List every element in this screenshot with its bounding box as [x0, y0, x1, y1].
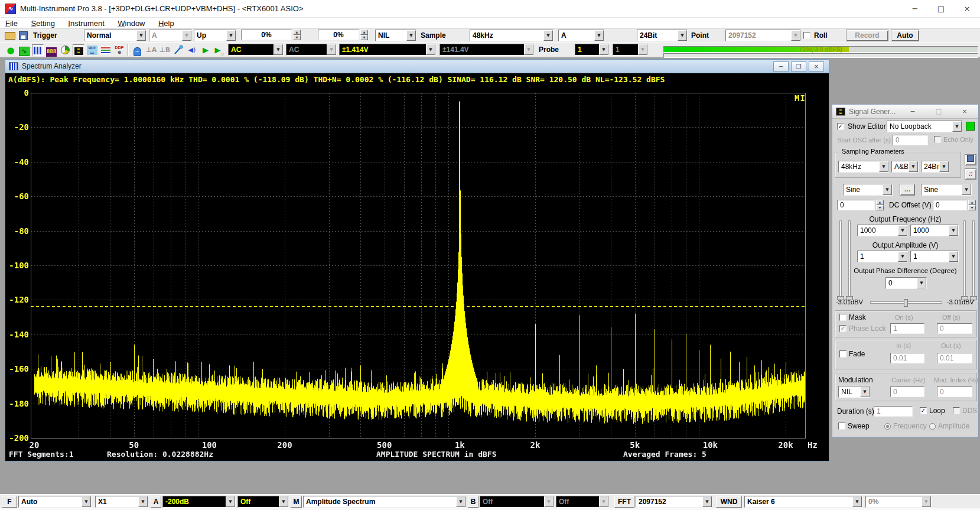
siggen-close-button[interactable]: ×	[959, 107, 971, 116]
sweep-frequency-label: Frequency	[893, 422, 927, 430]
trigger-edge-select[interactable]: Up▼	[194, 30, 236, 41]
spin-up-icon[interactable]: ▲	[876, 200, 884, 205]
range-a-select[interactable]: ±1.414V▼	[339, 44, 436, 56]
spin-down-icon[interactable]: ▼	[360, 35, 368, 40]
mode-select[interactable]: Amplitude Spectrum▼	[303, 496, 466, 508]
auto-button[interactable]: Auto	[891, 30, 919, 41]
generator-run-button[interactable]	[966, 122, 975, 131]
device-test-plan-icon[interactable]	[59, 44, 71, 56]
probe-a-select[interactable]: 1▼	[575, 44, 609, 56]
waveform-a-select[interactable]: Sine▼	[843, 184, 893, 196]
amplitude-a-select[interactable]: 1▼	[857, 251, 908, 262]
signal-generator-titlebar[interactable]: ≈≈ Signal Gener... − □ ×	[832, 105, 978, 119]
menu-help[interactable]: Help	[153, 18, 180, 28]
spectrum-analyzer-icon[interactable]	[32, 44, 44, 56]
hpf-select[interactable]: NIL▼	[375, 30, 416, 41]
menu-instrument[interactable]: Instrument	[63, 18, 109, 28]
dc-offset-a-input[interactable]: 0	[837, 200, 875, 210]
dc-offset-b-spinner[interactable]: ▲▼	[968, 200, 976, 210]
sampling-rate-select[interactable]: 48kHz▼	[470, 30, 554, 41]
multimeter-icon[interactable]: 888	[45, 44, 57, 56]
ddp-viewer-icon[interactable]: DDP⊕	[113, 44, 125, 56]
spectrum-restore-button[interactable]: ❐	[791, 61, 806, 72]
siggen-minimize-button[interactable]: −	[907, 107, 919, 116]
roll-checkbox[interactable]	[803, 32, 810, 39]
sampling-channel-select[interactable]: A▼	[558, 30, 604, 41]
level-slider-b1[interactable]	[963, 220, 966, 301]
trigger-delay-spinner[interactable]: ▲▼	[360, 30, 368, 40]
open-file-icon[interactable]	[5, 32, 15, 40]
sg-save-icon[interactable]	[965, 154, 976, 165]
close-button[interactable]: ×	[954, 0, 980, 18]
trigger-mode-select[interactable]: Normal▼	[84, 30, 146, 41]
save-file-icon[interactable]	[19, 31, 28, 40]
spin-down-icon[interactable]: ▼	[876, 205, 884, 210]
slider-thumb[interactable]	[904, 299, 908, 307]
amplitude-b-select[interactable]: 1▼	[910, 251, 959, 262]
waveform-more-button[interactable]: ...	[900, 184, 915, 196]
calibration-probe-icon[interactable]	[172, 44, 184, 56]
minimize-button[interactable]: −	[902, 0, 928, 18]
frequency-a-select[interactable]: 1000▼	[857, 225, 908, 236]
spectrum-plot-area[interactable]: 0-20-40-60-80-100-120-140-160-180-200 20…	[5, 86, 829, 461]
trigger-level-input[interactable]: 0%	[241, 30, 292, 40]
balance-slider[interactable]	[870, 301, 942, 304]
spin-down-icon[interactable]: ▼	[968, 205, 976, 210]
fft-size-select[interactable]: 2097152▼	[636, 496, 712, 508]
phase-select[interactable]: 0▼	[885, 277, 927, 289]
trigger-level-spinner[interactable]: ▲▼	[293, 30, 301, 40]
sweep-checkbox[interactable]	[838, 423, 845, 430]
frequency-axis-select[interactable]: Auto▼	[18, 496, 92, 508]
play-icon[interactable]: ▶	[200, 44, 211, 56]
modulation-select[interactable]: NIL▼	[838, 386, 870, 398]
show-editor-checkbox[interactable]	[837, 123, 844, 130]
maximize-button[interactable]: □	[928, 0, 954, 18]
spectrum-titlebar[interactable]: Spectrum Analyzer − ❐ ×	[5, 60, 829, 73]
fade-checkbox[interactable]	[839, 350, 846, 358]
play-loop-icon[interactable]: ▶○	[213, 44, 225, 56]
zoom-select[interactable]: X1▼	[95, 496, 148, 508]
menu-file[interactable]: File	[0, 18, 23, 28]
a-reference-select[interactable]: Off▼	[237, 496, 289, 508]
coupling-b-select: AC▼	[286, 44, 337, 56]
coupling-a-select[interactable]: AC▼	[228, 44, 284, 56]
sg-channels-select[interactable]: A&B▼	[891, 161, 919, 173]
sg-music-file-icon[interactable]: ♫	[965, 168, 976, 180]
output-window-icon[interactable]: OUT≈≈	[86, 44, 98, 56]
a-range-select[interactable]: -200dB▼	[162, 496, 236, 508]
dc-offset-a-spinner[interactable]: ▲▼	[876, 200, 884, 210]
signal-generator-icon[interactable]: ≈≈	[73, 44, 84, 56]
level-slider-a2[interactable]	[848, 220, 851, 301]
spin-up-icon[interactable]: ▲	[968, 200, 976, 205]
main-titlebar[interactable]: ∿ Multi-Instrument Pro 3.8 - [+3DP+DLG+L…	[0, 0, 980, 18]
sg-bits-select[interactable]: 24Bit▼	[921, 161, 949, 173]
loop-checkbox[interactable]	[920, 407, 927, 414]
trigger-delay-input[interactable]: 0%	[318, 30, 359, 40]
chevron-down-icon: ▼	[138, 496, 148, 507]
spectrum-3d-plot-icon[interactable]	[100, 44, 112, 56]
spectrum-trace-canvas[interactable]	[5, 86, 829, 461]
spectrum-minimize-button[interactable]: −	[773, 61, 789, 72]
window-function-select[interactable]: Kaiser 6▼	[744, 496, 862, 508]
bit-resolution-select[interactable]: 24Bit▼	[637, 30, 688, 41]
spin-up-icon[interactable]: ▲	[360, 30, 368, 35]
dc-offset-b-input[interactable]: 0	[933, 200, 967, 210]
loopback-select[interactable]: No Loopback▼	[887, 121, 962, 132]
spectrum-close-button[interactable]: ×	[809, 61, 824, 72]
duration-label: Duration (s)	[837, 407, 874, 415]
waveform-b-select[interactable]: Sine▼	[921, 184, 972, 196]
speaker-icon[interactable]: ◀)	[186, 44, 198, 56]
level-slider-b2[interactable]	[972, 220, 975, 301]
fade-in-label: In (s)	[896, 342, 911, 349]
frequency-b-select[interactable]: 1000▼	[910, 225, 959, 236]
spin-down-icon[interactable]: ▼	[293, 35, 301, 40]
menu-setting[interactable]: Setting	[25, 18, 60, 28]
derived-data-icon[interactable]: ~	[131, 44, 143, 56]
mask-checkbox[interactable]	[839, 314, 846, 321]
oscilloscope-icon[interactable]: ∿	[18, 44, 30, 56]
sg-sampling-rate-select[interactable]: 48kHz▼	[838, 161, 889, 173]
spin-up-icon[interactable]: ▲	[293, 30, 301, 35]
run-stop-icon[interactable]: ●	[5, 44, 17, 56]
level-slider-a1[interactable]	[839, 220, 842, 301]
menu-window[interactable]: Window	[112, 18, 150, 28]
